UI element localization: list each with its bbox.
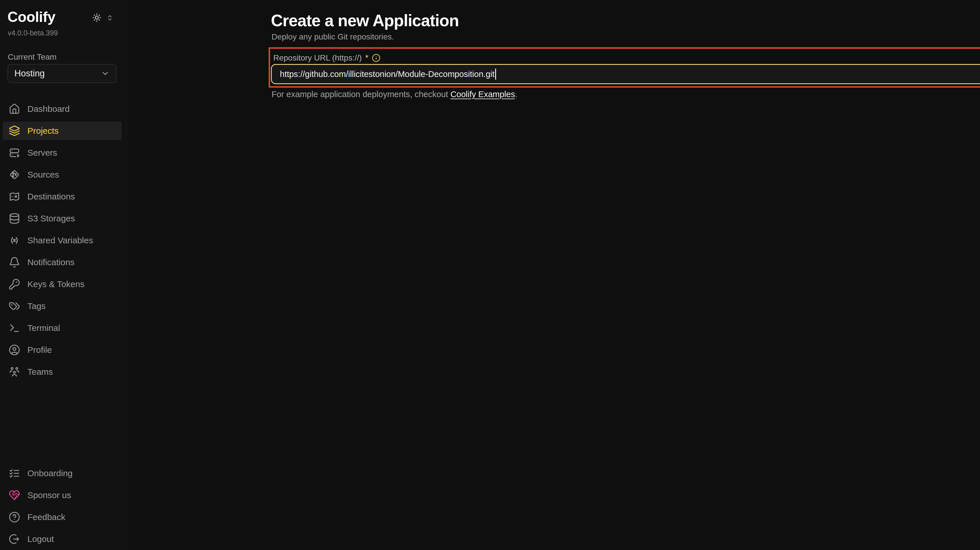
heart-handshake-icon [9, 490, 20, 501]
sidebar-item-label: Keys & Tokens [27, 279, 84, 289]
main-content: Create a new Application Deploy any publ… [127, 0, 980, 550]
sidebar-expand-button[interactable] [107, 14, 113, 21]
sidebar-item-terminal[interactable]: Terminal [3, 319, 122, 337]
sidebar-item-notifications[interactable]: Notifications [3, 253, 122, 271]
helper-suffix: . [515, 90, 517, 99]
page-subtitle: Deploy any public Git repositories. [272, 32, 394, 41]
helper-text: For example application deployments, che… [272, 90, 517, 99]
sidebar-item-sources[interactable]: Sources [3, 165, 122, 184]
coolify-examples-link[interactable]: Coolify Examples [450, 90, 515, 99]
sidebar-item-label: Notifications [27, 258, 74, 267]
sidebar-item-label: Shared Variables [27, 235, 93, 245]
chevron-down-icon [101, 69, 110, 78]
team-select[interactable]: Hosting [8, 64, 116, 83]
terminal-icon [9, 322, 20, 334]
repository-url-label-row: Repository URL (https://) * [273, 53, 380, 62]
repository-url-label: Repository URL (https://) [273, 53, 362, 62]
sidebar-item-s3-storages[interactable]: S3 Storages [3, 209, 122, 227]
sidebar-item-label: Sponsor us [27, 490, 71, 500]
sidebar-item-label: Projects [27, 126, 59, 136]
sidebar-item-profile[interactable]: Profile [3, 341, 122, 359]
home-icon [9, 103, 20, 115]
layers-icon [9, 125, 20, 137]
helper-prefix: For example application deployments, che… [272, 90, 450, 99]
sidebar-item-dashboard[interactable]: Dashboard [3, 100, 122, 118]
sidebar-item-label: Servers [27, 148, 57, 158]
app-logo: Coolify [8, 9, 55, 25]
sidebar-item-label: Onboarding [27, 469, 73, 478]
sidebar-item-label: S3 Storages [27, 214, 75, 223]
sidebar-item-label: Logout [27, 534, 54, 544]
sidebar-item-label: Dashboard [27, 104, 70, 114]
users-icon [9, 366, 20, 378]
theme-toggle-button[interactable] [92, 13, 102, 22]
sidebar-item-destinations[interactable]: Destinations [3, 188, 122, 205]
chevrons-up-down-icon [107, 14, 113, 21]
sidebar-item-label: Destinations [27, 192, 75, 202]
sidebar-item-label: Profile [27, 345, 52, 355]
required-marker: * [365, 53, 368, 62]
repository-url-value: https://github.com/illicitestonion/Modul… [280, 70, 495, 79]
info-icon[interactable] [372, 54, 380, 62]
sidebar-item-teams[interactable]: Teams [3, 362, 122, 381]
sidebar-item-logout[interactable]: Logout [3, 530, 122, 548]
sidebar-item-keys-tokens[interactable]: Keys & Tokens [3, 275, 122, 293]
user-circle-icon [9, 344, 20, 356]
sidebar-item-label: Teams [27, 367, 53, 377]
sidebar-item-label: Sources [27, 170, 59, 180]
sidebar-item-sponsor-us[interactable]: Sponsor us [3, 486, 122, 504]
sidebar-item-onboarding[interactable]: Onboarding [3, 464, 122, 482]
sidebar-item-projects[interactable]: Projects [3, 122, 122, 140]
bell-icon [9, 256, 20, 268]
sun-icon [92, 13, 102, 22]
checklist-icon [9, 467, 20, 479]
sidebar: Coolify v4.0.0-beta.399 Current Team Hos… [0, 0, 127, 550]
logout-icon [9, 533, 20, 545]
text-caret [495, 68, 496, 79]
current-team-label: Current Team [8, 52, 56, 62]
map-icon [9, 191, 20, 202]
sidebar-footer-nav: Onboarding Sponsor us Feedback Logout [0, 464, 127, 550]
app-version: v4.0.0-beta.399 [8, 29, 58, 37]
sidebar-nav: Dashboard Projects Servers Sources Desti… [0, 100, 127, 385]
sidebar-item-shared-variables[interactable]: Shared Variables [3, 231, 122, 250]
key-icon [9, 278, 20, 290]
team-select-value: Hosting [14, 68, 45, 79]
variables-icon [9, 235, 20, 246]
coolify-app: Coolify v4.0.0-beta.399 Current Team Hos… [0, 0, 980, 550]
help-circle-icon [9, 511, 20, 523]
sidebar-item-label: Tags [27, 301, 46, 311]
page-title: Create a new Application [271, 11, 459, 30]
database-icon [9, 213, 20, 224]
sidebar-item-label: Feedback [27, 512, 65, 522]
sidebar-item-label: Terminal [27, 323, 60, 333]
sidebar-item-servers[interactable]: Servers [3, 143, 122, 162]
tags-icon [9, 300, 20, 312]
sidebar-item-tags[interactable]: Tags [3, 297, 122, 315]
server-icon [9, 147, 20, 159]
git-source-icon [9, 169, 20, 180]
sidebar-item-feedback[interactable]: Feedback [3, 508, 122, 526]
repository-url-input[interactable]: https://github.com/illicitestonion/Modul… [271, 64, 980, 84]
